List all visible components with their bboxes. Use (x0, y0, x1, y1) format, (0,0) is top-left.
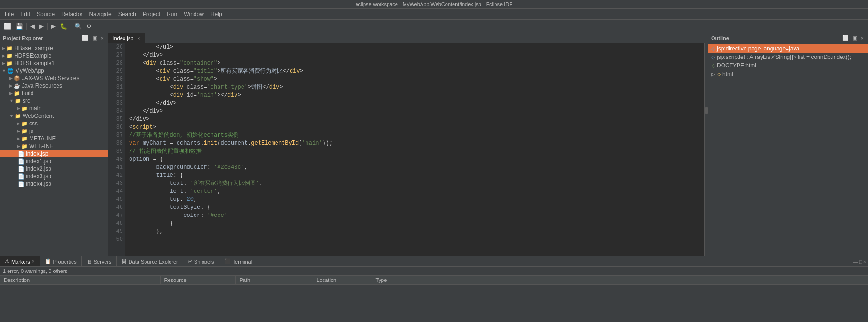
tree-item-javaresources[interactable]: ▶ ☕ Java Resources (0, 82, 108, 90)
maximize-panel-btn[interactable]: ▣ (91, 34, 98, 41)
file-icon: 📄 (18, 151, 24, 157)
folder-icon: 📁 (21, 128, 28, 134)
toolbar-back[interactable]: ◀ (28, 22, 37, 31)
menu-edit[interactable]: Edit (17, 10, 33, 18)
tree-item-label: WebContent (23, 113, 54, 119)
tree-item-label: HDFSExample (14, 52, 51, 59)
tree-item-mywebapp[interactable]: ▼ 🌐 MyWebApp (0, 67, 108, 74)
menu-run[interactable]: Run (164, 10, 180, 18)
code-line: top: 20, (129, 196, 700, 204)
tree-item-hdfsexample[interactable]: ▶ 📁 HDFSExample (0, 52, 108, 59)
outline-panel: Outline ⬜ ▣ × ◇ jsp:directive.page langu… (708, 33, 868, 256)
toolbar-run[interactable]: ▶ (49, 22, 57, 31)
col-description: Description (0, 276, 160, 285)
outline-item-doctype[interactable]: ◇ DOCTYPE:html (708, 61, 868, 70)
toolbar-new[interactable]: ⬜ (2, 22, 13, 31)
tree-item-build[interactable]: ▶ 📁 build (0, 90, 108, 97)
toolbar-settings[interactable]: ⚙ (84, 22, 94, 31)
markers-tab-text: Markers (11, 259, 30, 264)
tree-item-js[interactable]: ▶ 📁 js (0, 127, 108, 135)
close-view-btn[interactable]: × (863, 259, 866, 264)
bottom-tab-datasource[interactable]: 🗄 Data Source Explorer (117, 256, 183, 266)
tree-item-label: HDFSExample1 (14, 60, 55, 66)
title-bar: eclipse-workspace - MyWebApp/WebContent/… (0, 0, 868, 9)
tree-item-index4jsp[interactable]: 📄 index4.jsp (0, 180, 108, 188)
properties-tab-text: Properties (53, 259, 77, 264)
menu-file[interactable]: File (2, 10, 16, 18)
outline-item-label: html (722, 71, 733, 77)
project-explorer-panel: Project Explorer ⬜ ▣ × ▶ 📁 HBaseExample … (0, 33, 108, 256)
bottom-tab-properties[interactable]: 📋 Properties (40, 256, 82, 266)
editor-scroll-thumb (705, 107, 708, 114)
minimize-panel-btn[interactable]: ⬜ (81, 34, 90, 41)
bottom-tab-markers[interactable]: ⚠ Markers × (0, 256, 40, 266)
tree-item-label: index.jsp (26, 150, 48, 157)
col-resource: Resource (160, 276, 235, 285)
menu-source[interactable]: Source (34, 10, 57, 18)
tree-item-label: index4.jsp (26, 181, 51, 187)
code-line: <script> (129, 124, 700, 132)
minimize-view-btn[interactable]: — (853, 259, 858, 264)
line-number: 43 (110, 180, 123, 188)
outline-minimize-btn[interactable]: ⬜ (841, 34, 850, 41)
line-number: 40 (110, 156, 123, 164)
tab-close-btn[interactable]: × (137, 36, 140, 41)
line-number: 26 (110, 43, 123, 51)
code-line: </div> (129, 99, 700, 107)
toolbar-debug[interactable]: 🐛 (58, 22, 69, 31)
bottom-tab-snippets[interactable]: ✂ Snippets (183, 256, 219, 266)
col-location: Location (313, 276, 372, 285)
code-line: <div class="container"> (129, 59, 700, 67)
tree-item-css[interactable]: ▶ 📁 css (0, 120, 108, 127)
line-number: 36 (110, 124, 123, 132)
maximize-view-btn[interactable]: □ (859, 259, 862, 264)
tree-item-jaxws[interactable]: ▶ 📦 JAX-WS Web Services (0, 74, 108, 82)
menu-help[interactable]: Help (208, 10, 225, 18)
close-panel-btn[interactable]: × (99, 34, 105, 41)
tree-item-hbaseexample[interactable]: ▶ 📁 HBaseExample (0, 44, 108, 52)
toolbar-search[interactable]: 🔍 (73, 22, 84, 31)
bottom-tab-terminal[interactable]: ⬛ Terminal (219, 256, 258, 266)
file-icon: 📄 (18, 166, 24, 172)
outline-item-html[interactable]: ▷ ◇ html (708, 70, 868, 78)
folder-icon: 📁 (15, 98, 21, 104)
code-content[interactable]: </ul> </div> <div class="container"> <di… (125, 43, 704, 256)
tree-item-index3jsp[interactable]: 📄 index3.jsp (0, 173, 108, 180)
tab-indexjsp[interactable]: index.jsp × (108, 33, 145, 43)
tree-item-index2jsp[interactable]: 📄 index2.jsp (0, 165, 108, 173)
project-icon: 📁 (6, 60, 13, 66)
tree-item-webcontent[interactable]: ▼ 📁 WebContent (0, 112, 108, 120)
menu-navigate[interactable]: Navigate (86, 10, 114, 18)
code-line: <div class="show"> (129, 75, 700, 83)
outline-item-directive[interactable]: ◇ jsp:directive.page language=java (708, 44, 868, 53)
editor-area: index.jsp × 2627282930313233343536373839… (108, 33, 708, 256)
outline-close-btn[interactable]: × (860, 34, 865, 41)
tree-item-hdfsexample1[interactable]: ▶ 📁 HDFSExample1 (0, 59, 108, 67)
menu-project[interactable]: Project (140, 10, 163, 18)
outline-item-scriptlet[interactable]: ◇ jsp:scriptlet : ArrayList<String[]> li… (708, 53, 868, 61)
toolbar-save[interactable]: 💾 (14, 22, 25, 31)
menu-window[interactable]: Window (181, 10, 207, 18)
tree-item-web-inf[interactable]: ▶ 📁 WEB-INF (0, 142, 108, 150)
tree-item-indexjsp[interactable]: 📄 index.jsp (0, 150, 108, 157)
menu-search[interactable]: Search (115, 10, 139, 18)
markers-tab-close[interactable]: × (32, 259, 35, 264)
tree-item-index1jsp[interactable]: 📄 index1.jsp (0, 157, 108, 165)
outline-maximize-btn[interactable]: ▣ (851, 34, 859, 41)
code-line: backgroundColor: '#2c343c', (129, 164, 700, 172)
menu-refactor[interactable]: Refactor (58, 10, 85, 18)
bottom-tab-servers[interactable]: 🖥 Servers (82, 256, 117, 266)
line-number: 27 (110, 51, 123, 59)
outline-header: Outline ⬜ ▣ × (708, 33, 868, 43)
tree-item-main[interactable]: ▶ 📁 main (0, 105, 108, 112)
tree-item-meta-inf[interactable]: ▶ 📁 META-INF (0, 135, 108, 142)
servers-tab-label: 🖥 (87, 259, 92, 264)
expand-arrow: ▶ (9, 91, 13, 96)
toolbar-forward[interactable]: ▶ (37, 22, 46, 31)
folder-icon: 📦 (14, 75, 20, 82)
tree-item-src[interactable]: ▼ 📁 src (0, 97, 108, 105)
code-editor[interactable]: 2627282930313233343536373839404142434445… (108, 43, 708, 256)
markers-status: 1 error, 0 warnings, 0 others (0, 267, 868, 276)
code-line: <div id='main'></div> (129, 91, 700, 99)
expand-arrow: ▶ (9, 83, 13, 88)
